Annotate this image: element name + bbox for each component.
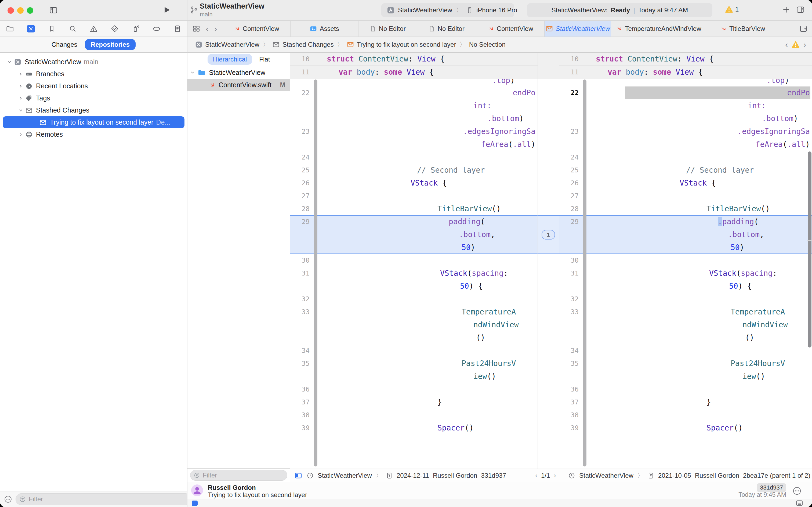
- line-number[interactable]: 33: [290, 305, 313, 319]
- jump-bar-right[interactable]: StaticWeatherView 〉 2021-10-05 Russell G…: [568, 469, 810, 482]
- sidebar-more-icon[interactable]: [4, 495, 12, 504]
- code-row-line-36[interactable]: 36: [290, 383, 537, 396]
- line-number[interactable]: 36: [559, 383, 582, 396]
- chevron-right-icon[interactable]: [16, 96, 25, 101]
- jump-repo[interactable]: StaticWeatherView: [317, 472, 372, 480]
- breadcrumb-item[interactable]: Trying to fix layout on second layer: [347, 41, 456, 48]
- code-row-line-28[interactable]: 28TitleBarView(): [290, 203, 537, 215]
- next-issue-icon[interactable]: ›: [803, 40, 806, 49]
- sidebar-item-stashed-changes[interactable]: Stashed Changes: [0, 104, 187, 116]
- scheme-selector[interactable]: StaticWeatherView 〉 iPhone 16 Pro: [381, 3, 514, 17]
- line-number[interactable]: [559, 331, 582, 344]
- code-row-line-33[interactable]: 33TemperatureA: [290, 305, 537, 319]
- line-number[interactable]: 31: [559, 267, 582, 280]
- chevron-down-icon[interactable]: [16, 108, 25, 113]
- add-editor-icon[interactable]: [799, 25, 808, 33]
- tab-repositories[interactable]: Repositories: [85, 39, 135, 50]
- code-row[interactable]: int:: [559, 99, 812, 112]
- line-number[interactable]: 23: [290, 125, 313, 138]
- jump-author[interactable]: Russell Gordon: [695, 472, 739, 480]
- toggle-right-sidebar-icon[interactable]: [796, 5, 805, 14]
- code-row-line-29[interactable]: 29padding(: [290, 215, 537, 228]
- navigator-tab-breakpoint-tag[interactable]: [151, 23, 163, 34]
- line-number[interactable]: 10: [559, 53, 582, 65]
- line-number[interactable]: 39: [290, 421, 313, 435]
- line-number[interactable]: [559, 99, 582, 112]
- breadcrumb-item[interactable]: StaticWeatherView: [195, 41, 259, 48]
- line-number[interactable]: 31: [290, 267, 313, 280]
- file-filter-field[interactable]: [190, 470, 287, 481]
- code-row-line-24[interactable]: 24: [290, 151, 537, 164]
- code-row[interactable]: 50): [559, 241, 812, 254]
- file-filter-input[interactable]: [202, 471, 284, 480]
- code-row-line-26[interactable]: 26VStack {: [290, 177, 537, 189]
- tab-hierarchical[interactable]: Hierarchical: [208, 54, 252, 65]
- code-row[interactable]: 50) {: [559, 280, 812, 293]
- sidebar-item-tags[interactable]: Tags: [0, 92, 187, 104]
- sidebar-filter-input[interactable]: [28, 495, 187, 503]
- code-row[interactable]: feArea(.all): [290, 138, 537, 151]
- chevron-right-icon[interactable]: [16, 132, 25, 137]
- code-row-line-36[interactable]: 36: [559, 383, 812, 396]
- code-row[interactable]: ndWindView: [559, 319, 812, 331]
- code-row-line-27[interactable]: 27: [559, 189, 812, 203]
- line-number[interactable]: 26: [290, 177, 313, 189]
- line-number[interactable]: 35: [290, 357, 313, 370]
- warning-count-button[interactable]: 1: [725, 5, 739, 13]
- line-number[interactable]: 28: [559, 203, 582, 215]
- breadcrumb-item[interactable]: No Selection: [469, 41, 506, 48]
- line-number[interactable]: [559, 228, 582, 241]
- editor-tab-no-editor[interactable]: No Editor: [358, 21, 417, 37]
- line-number[interactable]: [290, 138, 313, 151]
- line-number[interactable]: 30: [290, 254, 313, 267]
- code-row[interactable]: 50): [290, 241, 537, 254]
- code-row-line-11[interactable]: 11var body: some View {: [559, 66, 812, 79]
- tab-flat[interactable]: Flat: [259, 56, 270, 63]
- code-row-line-37[interactable]: 37}: [559, 396, 812, 409]
- code-row[interactable]: 50) {: [290, 280, 537, 293]
- line-number[interactable]: 24: [559, 151, 582, 164]
- next-chunk-icon[interactable]: ›: [554, 472, 556, 480]
- minimize-window-button[interactable]: [17, 7, 23, 14]
- line-number[interactable]: [290, 112, 313, 125]
- line-number[interactable]: [290, 319, 313, 331]
- editor-grid-icon[interactable]: [192, 25, 200, 33]
- line-number[interactable]: 33: [559, 305, 582, 319]
- chevron-right-icon[interactable]: [16, 83, 25, 89]
- line-number[interactable]: [290, 280, 313, 293]
- line-number[interactable]: [559, 112, 582, 125]
- line-number[interactable]: 38: [290, 409, 313, 421]
- jump-bar-left[interactable]: StaticWeatherView 〉 2024-12-11 Russell G…: [294, 469, 506, 482]
- line-number[interactable]: 27: [290, 189, 313, 203]
- line-number[interactable]: 38: [559, 409, 582, 421]
- line-number[interactable]: 36: [290, 383, 313, 396]
- jump-repo[interactable]: StaticWeatherView: [579, 472, 633, 480]
- code-row[interactable]: .bottom,: [559, 228, 812, 241]
- jump-date[interactable]: 2021-10-05: [658, 472, 691, 480]
- line-number[interactable]: 11: [559, 66, 582, 79]
- bottom-panel-toggle-icon[interactable]: [795, 499, 804, 507]
- code-row[interactable]: feArea(.all): [559, 138, 812, 151]
- line-number[interactable]: 25: [559, 164, 582, 177]
- code-row-line-11[interactable]: 11var body: some View {: [290, 66, 537, 79]
- code-row-line-31[interactable]: 31VStack(spacing:: [559, 267, 812, 280]
- line-number[interactable]: 32: [290, 293, 313, 305]
- code-row-line-26[interactable]: 26VStack {: [559, 177, 812, 189]
- navigator-tab-folder[interactable]: [4, 23, 16, 34]
- code-row[interactable]: .bottom,: [290, 228, 537, 241]
- line-number[interactable]: 22: [559, 87, 582, 99]
- line-number[interactable]: 23: [559, 125, 582, 138]
- folder-row[interactable]: StaticWeatherView: [187, 66, 290, 79]
- line-number[interactable]: 11: [290, 66, 313, 79]
- code-row-line-32[interactable]: 32: [290, 293, 537, 305]
- sidebar-filter-field[interactable]: [15, 493, 191, 505]
- code-row[interactable]: .top): [290, 79, 537, 87]
- comparison-mode-icon[interactable]: [192, 501, 197, 506]
- back-icon[interactable]: ‹: [206, 23, 209, 34]
- line-number[interactable]: 24: [290, 151, 313, 164]
- jump-hash[interactable]: 2bea17e (parent 1 of 2): [743, 472, 810, 480]
- code-row[interactable]: ndWindView: [290, 319, 537, 331]
- navigator-tab-bookmark[interactable]: [46, 23, 58, 34]
- code-row-line-24[interactable]: 24: [559, 151, 812, 164]
- code-row-line-34[interactable]: 34: [559, 344, 812, 357]
